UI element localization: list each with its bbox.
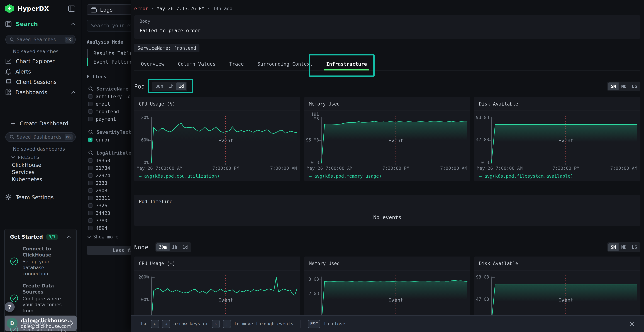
sidebar-item-label: Chart Explorer: [16, 58, 76, 64]
avatar: D: [7, 318, 18, 328]
event-tabs: OverviewColumn ValuesTraceSurrounding Co…: [134, 58, 640, 70]
no-events-text: No events: [134, 214, 640, 220]
checkbox[interactable]: [88, 211, 92, 215]
pod-range-1h[interactable]: 1h: [166, 82, 176, 90]
saved-dashboards-input[interactable]: Saved Dashboards ⌘K: [5, 132, 76, 142]
chevron-right-icon: [70, 321, 73, 326]
j-key[interactable]: j: [223, 320, 231, 328]
presets-toggle[interactable]: PRESETS: [0, 154, 81, 161]
filter-value-row[interactable]: 22974: [88, 172, 136, 179]
sidebar-collapse-icon[interactable]: [68, 5, 76, 12]
grid-icon: [5, 89, 11, 95]
analysis-mode-rail: [87, 49, 88, 66]
arrow-left-key[interactable]: ←: [151, 320, 159, 328]
checkbox[interactable]: [88, 181, 92, 185]
sidebar-item-client-sessions[interactable]: Client Sessions: [0, 77, 81, 87]
analysis-mode-option-event-patterns[interactable]: Event Patterns: [94, 58, 136, 66]
checkbox[interactable]: [88, 173, 92, 178]
tab-surrounding-context[interactable]: Surrounding Context: [250, 58, 320, 70]
user-menu[interactable]: D dale@clickhouse.com dale@clickhouse.co…: [5, 316, 76, 331]
no-saved-searches-text: No saved searches: [13, 49, 81, 54]
node-range-1h[interactable]: 1h: [169, 243, 180, 251]
chevron-down-icon: [11, 156, 15, 159]
checkbox[interactable]: [88, 218, 92, 223]
help-button[interactable]: ?: [5, 302, 15, 312]
filter-value-row[interactable]: 29081: [88, 187, 136, 194]
step-text: Create Data SourcesConfigure where your …: [22, 283, 71, 314]
search-icon: [88, 86, 93, 91]
filter-group-severitytext: SeverityText: [88, 128, 136, 136]
pod-range-1d[interactable]: 1d: [176, 82, 186, 90]
checkbox[interactable]: [88, 117, 92, 121]
checkbox-checked[interactable]: ✓: [88, 138, 92, 142]
saved-searches-input[interactable]: Saved Searches ⌘K: [5, 35, 76, 44]
k-key[interactable]: k: [212, 320, 220, 328]
filter-value-row[interactable]: 4894: [88, 224, 136, 232]
preset-kubernetes[interactable]: Kubernetes: [0, 176, 81, 183]
checkbox[interactable]: [88, 102, 92, 106]
pod-size-lg[interactable]: LG: [629, 82, 640, 90]
filter-value-row[interactable]: 37801: [88, 217, 136, 224]
chevron-up-icon[interactable]: [66, 236, 71, 238]
filter-value-row[interactable]: 34423: [88, 209, 136, 217]
show-more-button[interactable]: Show more: [87, 233, 136, 241]
filter-value-row[interactable]: 32311: [88, 194, 136, 202]
analysis-mode-option-results-table[interactable]: Results Table: [94, 49, 136, 58]
tab-overview[interactable]: Overview: [134, 58, 171, 70]
node-range-1d[interactable]: 1d: [180, 243, 190, 251]
pod-size-sm[interactable]: SM: [608, 82, 618, 90]
x-tick-event: 7:30:00 PM: [382, 166, 410, 171]
tab-trace[interactable]: Trace: [222, 58, 250, 70]
sidebar-item-search[interactable]: Search: [0, 17, 81, 31]
sidebar-item-label: Client Sessions: [16, 79, 76, 85]
checkbox[interactable]: [88, 109, 92, 114]
filter-value-row[interactable]: ✓error: [88, 136, 136, 144]
node-size-md[interactable]: MD: [618, 243, 629, 251]
get-started-step[interactable]: Create Data SourcesConfigure where your …: [10, 283, 71, 314]
node-size-lg[interactable]: LG: [629, 243, 640, 251]
y-tick-label: 191MB: [304, 112, 319, 122]
preset-clickhouse[interactable]: ClickHouse: [0, 161, 81, 168]
create-dashboard-button[interactable]: + Create Dashboard: [0, 118, 81, 128]
get-started-step[interactable]: Connect to ClickHouseSet up your databas…: [10, 246, 71, 277]
filter-value-row[interactable]: 33261: [88, 202, 136, 209]
filter-value-row[interactable]: payment: [88, 115, 136, 123]
checkbox[interactable]: [88, 94, 92, 98]
analysis-mode-indicator: [87, 49, 88, 58]
checkbox[interactable]: [88, 204, 92, 208]
sidebar-item-team-settings[interactable]: Team Settings: [0, 192, 81, 202]
app-title: HyperDX: [18, 5, 68, 12]
arrow-right-key[interactable]: →: [162, 320, 170, 328]
filter-value-row[interactable]: 21734: [88, 164, 136, 172]
analysis-mode-label: Analysis Mode: [87, 39, 136, 45]
checkbox[interactable]: [88, 196, 92, 200]
checkbox[interactable]: [88, 226, 92, 230]
filter-value-row[interactable]: 2333: [88, 179, 136, 187]
chart-legend: — avg(k8s.pod.filesystem.available): [479, 174, 573, 179]
node-range-30m[interactable]: 30m: [156, 243, 169, 251]
preset-services[interactable]: Services: [0, 168, 81, 176]
sidebar-item-dashboards[interactable]: Dashboards: [0, 87, 81, 98]
filter-value-row[interactable]: 19350: [88, 157, 136, 164]
saved-searches-placeholder: Saved Searches: [17, 37, 64, 42]
sidebar-item-chart-explorer[interactable]: Chart Explorer: [0, 56, 81, 66]
checkbox[interactable]: [88, 188, 92, 193]
filter-value-row[interactable]: artillery-loa: [88, 93, 136, 100]
checkbox[interactable]: [88, 166, 92, 170]
event-body-card: Body Failed to place order: [134, 16, 640, 39]
tab-column-values[interactable]: Column Values: [171, 58, 222, 70]
tab-infrastructure[interactable]: Infrastructure: [320, 58, 374, 70]
service-name-chip[interactable]: ServiceName: frontend: [134, 44, 200, 52]
close-icon[interactable]: [628, 320, 636, 328]
filter-value-row[interactable]: email: [88, 100, 136, 108]
esc-key[interactable]: ESC: [308, 320, 320, 328]
filter-group-label: ServiceName: [96, 86, 128, 92]
x-tick-right: 7:00:00 AM: [610, 166, 638, 171]
filter-value-label: 34423: [96, 210, 110, 216]
checkbox[interactable]: [88, 158, 92, 162]
pod-range-30m[interactable]: 30m: [153, 82, 166, 90]
filter-value-row[interactable]: frontend: [88, 108, 136, 115]
sidebar-item-alerts[interactable]: Alerts: [0, 66, 81, 77]
pod-size-md[interactable]: MD: [618, 82, 629, 90]
node-size-sm[interactable]: SM: [608, 243, 618, 251]
